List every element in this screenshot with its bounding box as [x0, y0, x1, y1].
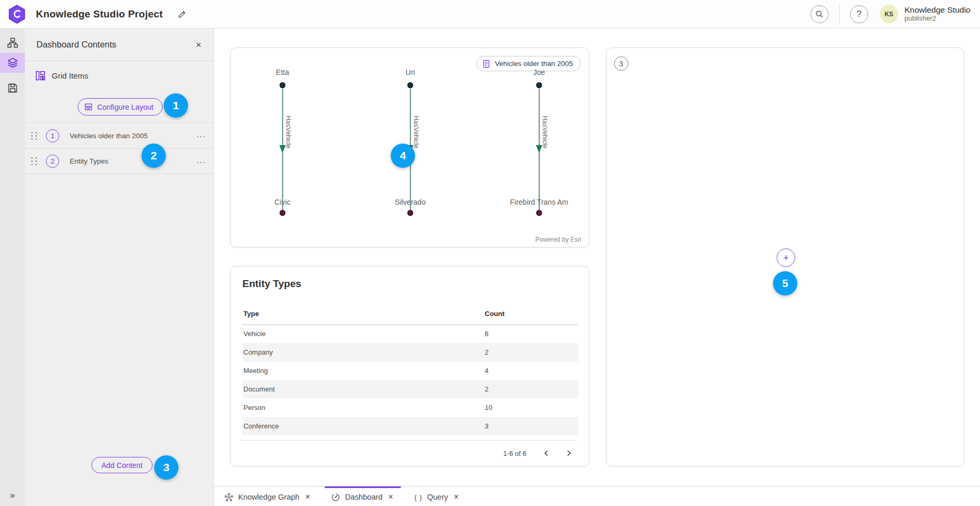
graph-node-label: Silverado	[395, 198, 426, 206]
add-item-button[interactable]: +	[777, 249, 795, 267]
graph-node-label: Joe	[533, 68, 545, 77]
user-avatar[interactable]: KS	[880, 5, 898, 23]
item-number-badge: 2	[46, 155, 59, 168]
layers-rail-button[interactable]	[0, 53, 25, 73]
tab-label: Knowledge Graph	[238, 493, 299, 501]
user-role: publisher2	[904, 15, 970, 23]
double-chevron-icon: »	[10, 490, 15, 500]
user-name: Knowledge Studio	[904, 5, 970, 15]
question-mark-icon: ?	[857, 9, 862, 19]
curly-braces-icon: { }	[414, 493, 422, 501]
grid-items-section-header: Grid Items	[25, 61, 213, 81]
graph-node[interactable]	[408, 82, 413, 88]
pencil-icon	[177, 9, 187, 19]
column-header-type: Type	[242, 303, 485, 324]
table-row: Vehicle 6	[242, 324, 578, 343]
close-icon: ×	[305, 492, 310, 501]
add-content-button[interactable]: Add Content	[91, 457, 153, 473]
table-pagination: 1-6 of 6	[240, 440, 576, 461]
graph-edge-label: HasVehicle	[285, 116, 292, 184]
close-icon: ×	[454, 492, 459, 501]
graph-node-label: Uri	[406, 68, 415, 77]
card-title: Entity Types	[242, 278, 301, 290]
table-row: Person 10	[242, 398, 578, 417]
table-row: Company 2	[242, 343, 578, 361]
close-tab-button[interactable]: ×	[387, 492, 394, 502]
graph-node[interactable]	[536, 210, 542, 216]
ellipsis-icon: ···	[196, 157, 206, 166]
layout-grid-icon	[84, 103, 92, 111]
save-rail-button[interactable]	[0, 78, 25, 98]
item-overflow-menu-button[interactable]: ···	[196, 131, 206, 140]
drag-handle-icon[interactable]	[30, 157, 39, 165]
user-info: Knowledge Studio publisher2	[904, 5, 970, 23]
knowledge-graph-icon	[224, 493, 233, 502]
drag-handle-icon[interactable]	[30, 132, 39, 140]
help-button[interactable]: ?	[850, 5, 868, 23]
annotation-number: 3	[163, 461, 169, 474]
close-icon: ×	[196, 40, 202, 50]
entity-types-table: Type Count Vehicle 6 Company 2 Meeting 4	[242, 303, 578, 435]
cell-count: 2	[485, 343, 578, 361]
layers-icon	[7, 58, 18, 68]
configure-layout-label: Configure Layout	[97, 103, 154, 111]
search-button[interactable]	[811, 5, 828, 23]
graph-node-label: Firebird Trans Am	[510, 198, 568, 206]
cell-type: Document	[242, 380, 485, 398]
hierarchy-icon	[7, 37, 18, 48]
close-tab-button[interactable]: ×	[453, 492, 460, 502]
next-page-button[interactable]	[561, 446, 576, 461]
graph-node[interactable]	[408, 210, 413, 216]
close-tab-button[interactable]: ×	[304, 492, 311, 502]
cell-count: 2	[485, 380, 578, 398]
item-label: Entity Types	[70, 157, 108, 165]
cell-type: Person	[242, 398, 485, 417]
annotation-number: 5	[782, 277, 788, 290]
configure-layout-button[interactable]: Configure Layout	[78, 98, 163, 116]
add-content-label: Add Content	[101, 461, 143, 470]
cell-count: 3	[485, 417, 578, 435]
tab-dashboard[interactable]: Dashboard ×	[325, 486, 400, 506]
annotation-number: 4	[400, 149, 406, 162]
cell-type: Company	[242, 343, 485, 361]
entity-types-card: Entity Types Type Count Vehicle 6 Compan…	[230, 266, 589, 466]
panel-close-button[interactable]: ×	[191, 37, 206, 52]
ellipsis-icon: ···	[196, 131, 206, 140]
cell-count: 10	[485, 398, 578, 417]
topbar-divider	[839, 4, 840, 25]
tab-query[interactable]: { } Query ×	[408, 486, 466, 506]
graph-node[interactable]	[280, 210, 286, 216]
empty-grid-slot-card: 3 +	[606, 47, 964, 466]
column-header-count: Count	[485, 303, 578, 324]
vehicles-filter-chip[interactable]: Vehicles older than 2005	[476, 56, 581, 71]
tab-knowledge-graph[interactable]: Knowledge Graph ×	[218, 486, 317, 506]
avatar-initials: KS	[884, 11, 893, 18]
annotation-badge-5: 5	[773, 271, 797, 295]
grid-items-label: Grid Items	[52, 71, 88, 80]
tab-label: Query	[427, 493, 448, 501]
edit-title-button[interactable]	[174, 6, 190, 22]
data-model-rail-button[interactable]	[0, 33, 25, 53]
project-title: Knowledge Studio Project	[36, 8, 163, 20]
expand-rail-button[interactable]: »	[0, 490, 25, 501]
annotation-badge-3: 3	[154, 455, 178, 480]
graph-edge-label: HasVehicle	[541, 116, 549, 184]
tab-label: Dashboard	[345, 493, 382, 501]
graph-node[interactable]	[536, 82, 542, 88]
list-item-vehicles-older-than-2005[interactable]: 1 Vehicles older than 2005 ···	[25, 122, 213, 148]
annotation-badge-2: 2	[142, 144, 166, 168]
slot-number-badge: 3	[614, 56, 628, 71]
previous-page-button[interactable]	[539, 446, 554, 461]
list-item-entity-types[interactable]: 2 Entity Types ···	[25, 148, 213, 174]
table-header-row: Type Count	[242, 303, 578, 324]
app-window: Knowledge Studio Project ? KS	[0, 0, 980, 506]
chip-label: Vehicles older than 2005	[495, 60, 573, 68]
slot-number: 3	[619, 60, 624, 68]
table-row: Meeting 4	[242, 361, 578, 380]
annotation-badge-4: 4	[391, 144, 415, 168]
bottom-tab-bar: Knowledge Graph × Dashboard × { } Query	[214, 486, 980, 506]
page-range-label: 1-6 of 6	[503, 450, 526, 457]
graph-node[interactable]	[280, 82, 286, 88]
annotation-number: 1	[173, 99, 179, 112]
item-overflow-menu-button[interactable]: ···	[196, 157, 206, 166]
